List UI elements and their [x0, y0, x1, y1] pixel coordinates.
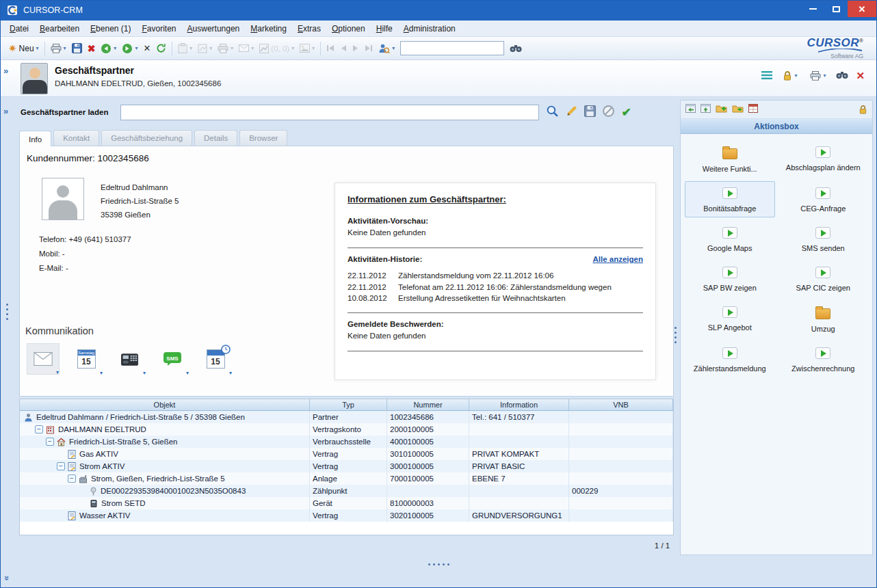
- action-zaehlerstandsmeldung[interactable]: Zählerstandsmeldung: [685, 341, 775, 377]
- nav-prev-button[interactable]: [337, 43, 350, 53]
- load-partner-input[interactable]: [120, 105, 539, 120]
- nav-first-button[interactable]: [324, 43, 337, 53]
- lock-record-button[interactable]: ▾: [780, 69, 800, 83]
- table-row[interactable]: − Friedrich-List-Straße 5, Gießen Verbra…: [20, 436, 673, 448]
- header-search-button[interactable]: [836, 70, 848, 82]
- person-search-button[interactable]: ▾: [376, 42, 397, 55]
- tab-details[interactable]: Details: [194, 130, 237, 146]
- column-header-nummer[interactable]: Nummer: [387, 399, 469, 410]
- action-google-maps[interactable]: Google Maps: [685, 221, 775, 257]
- table-row[interactable]: − Strom AKTIV Vertrag 3000100005 PRIVAT …: [20, 460, 673, 472]
- back-button[interactable]: ▾: [98, 42, 119, 55]
- table-row[interactable]: − DAHLMANN EDELTRUD Vertragskonto 200010…: [20, 423, 673, 436]
- action-grid-button[interactable]: [748, 103, 758, 116]
- minimize-button[interactable]: [801, 1, 824, 17]
- menu-bearbeiten[interactable]: Bearbeiten: [34, 22, 85, 36]
- menu-marketing[interactable]: Marketing: [245, 22, 292, 36]
- right-splitter-handle[interactable]: [675, 327, 677, 343]
- close-record-button[interactable]: ✕: [140, 42, 153, 55]
- menu-extras[interactable]: Extras: [292, 22, 326, 36]
- image-button[interactable]: ▾: [297, 42, 317, 54]
- panel-lock-button[interactable]: [859, 105, 867, 115]
- action-weitere-funktionen[interactable]: Weitere Funkti...: [685, 140, 775, 178]
- add-action-folder-button[interactable]: [716, 103, 727, 116]
- confirm-button[interactable]: ✔: [621, 105, 631, 120]
- nav-last-button[interactable]: [362, 43, 376, 53]
- menu-ebenen[interactable]: Ebenen (1): [85, 22, 136, 36]
- collapse-node-button[interactable]: −: [57, 462, 65, 470]
- tab-browser[interactable]: Browser: [239, 130, 287, 146]
- left-splitter-handle[interactable]: [6, 304, 8, 320]
- forward-button[interactable]: ▾: [119, 42, 140, 55]
- action-ceg-anfrage[interactable]: CEG-Anfrage: [778, 181, 869, 217]
- collapse-node-button[interactable]: −: [46, 438, 54, 446]
- edit-button[interactable]: [565, 105, 578, 120]
- menu-administration[interactable]: Administration: [398, 22, 461, 36]
- bottom-splitter-handle[interactable]: [0, 563, 877, 565]
- reminder-action-button[interactable]: 15 ▾: [199, 343, 232, 375]
- mail-button[interactable]: ▾: [236, 43, 257, 53]
- tab-geschaeftsbeziehung[interactable]: Geschäftsbeziehung: [101, 130, 192, 146]
- appointment-action-button[interactable]: Samstag 15 ▾: [70, 343, 103, 375]
- clipboard-button[interactable]: ▾: [175, 42, 195, 55]
- search-button[interactable]: [546, 105, 559, 120]
- collapse-left-panel-button[interactable]: »: [3, 66, 8, 76]
- panel-back-button[interactable]: [685, 103, 696, 116]
- close-window-button[interactable]: ✕: [848, 1, 876, 17]
- collapse-bottom-panel-button[interactable]: »: [2, 576, 12, 580]
- delete-button[interactable]: ✖: [85, 42, 99, 55]
- print-button[interactable]: ▾: [48, 42, 69, 55]
- action-sms-senden[interactable]: SMS senden: [778, 221, 869, 257]
- panel-up-button[interactable]: [701, 103, 711, 116]
- action-zwischenrechnung[interactable]: Zwischenrechnung: [778, 341, 869, 377]
- open-action-folder-button[interactable]: [732, 103, 744, 116]
- collapse-search-panel-button[interactable]: »: [3, 106, 8, 116]
- collapse-node-button[interactable]: −: [68, 475, 76, 483]
- tab-kontakt[interactable]: Kontakt: [53, 130, 99, 146]
- table-row[interactable]: Edeltrud Dahlmann / Friedrich-List-Straß…: [20, 411, 673, 423]
- alle-anzeigen-link[interactable]: Alle anzeigen: [593, 255, 644, 267]
- refresh-button[interactable]: [153, 42, 169, 55]
- menu-datei[interactable]: Datei: [4, 22, 34, 36]
- maximize-button[interactable]: [824, 1, 848, 17]
- menu-optionen[interactable]: Optionen: [326, 22, 371, 36]
- column-header-objekt[interactable]: Objekt: [20, 399, 310, 410]
- save-record-button[interactable]: [584, 105, 596, 120]
- attach-button[interactable]: ▾: [195, 42, 215, 55]
- tab-info[interactable]: Info: [19, 131, 51, 146]
- menu-auswertungen[interactable]: Auswertungen: [182, 22, 246, 36]
- table-row[interactable]: DE00022935398400010023N5035O0843 Zählpun…: [20, 485, 673, 497]
- table-row[interactable]: Gas AKTIV Vertrag 3010100005 PRIVAT KOMP…: [20, 448, 673, 460]
- action-sap-bw-zeigen[interactable]: SAP BW zeigen: [685, 260, 775, 297]
- menu-hilfe[interactable]: Hilfe: [371, 22, 398, 36]
- pencil-icon: [565, 105, 578, 118]
- quick-search-input[interactable]: [400, 41, 504, 55]
- action-bonitaetsabfrage[interactable]: Bonitätsabfrage: [685, 181, 775, 217]
- action-abschlagsplan-aendern[interactable]: Abschlagsplan ändern: [778, 140, 869, 178]
- menu-list-button[interactable]: [761, 70, 772, 82]
- phone-action-button[interactable]: ▾: [113, 343, 146, 375]
- action-umzug[interactable]: Umzug: [778, 300, 869, 338]
- nav-next-button[interactable]: [350, 43, 362, 53]
- sms-action-button[interactable]: SMS ▾: [156, 343, 189, 375]
- action-sap-cic-zeigen[interactable]: SAP CIC zeigen: [778, 260, 869, 297]
- print-list-button[interactable]: ▾: [215, 42, 236, 55]
- close-partner-button[interactable]: ✕: [856, 70, 865, 82]
- column-header-vnb[interactable]: VNB: [569, 399, 673, 410]
- save-button[interactable]: [69, 42, 85, 55]
- find-button[interactable]: [507, 42, 525, 54]
- new-button[interactable]: ✷ Neu ▾: [5, 42, 42, 55]
- collapse-node-button[interactable]: −: [35, 425, 43, 433]
- action-slp-angebot[interactable]: SLP Angebot: [685, 300, 775, 338]
- cancel-button[interactable]: [602, 105, 615, 120]
- header-print-button[interactable]: ▾: [807, 70, 828, 82]
- coordinates-button[interactable]: (0, 0) ▾: [257, 42, 297, 55]
- table-row[interactable]: Wasser AKTIV Vertrag 3020100005 GRUNDVER…: [20, 509, 673, 522]
- attachment-icon: [198, 44, 207, 53]
- menu-favoriten[interactable]: Favoriten: [136, 22, 181, 36]
- table-row[interactable]: Strom SETD Gerät 8100000003: [20, 497, 673, 509]
- table-row[interactable]: − Strom, Gießen, Friedrich-List-Straße 5…: [20, 472, 673, 485]
- column-header-information[interactable]: Information: [469, 399, 569, 410]
- column-header-typ[interactable]: Typ: [310, 399, 387, 410]
- email-action-button[interactable]: ▾: [27, 343, 60, 375]
